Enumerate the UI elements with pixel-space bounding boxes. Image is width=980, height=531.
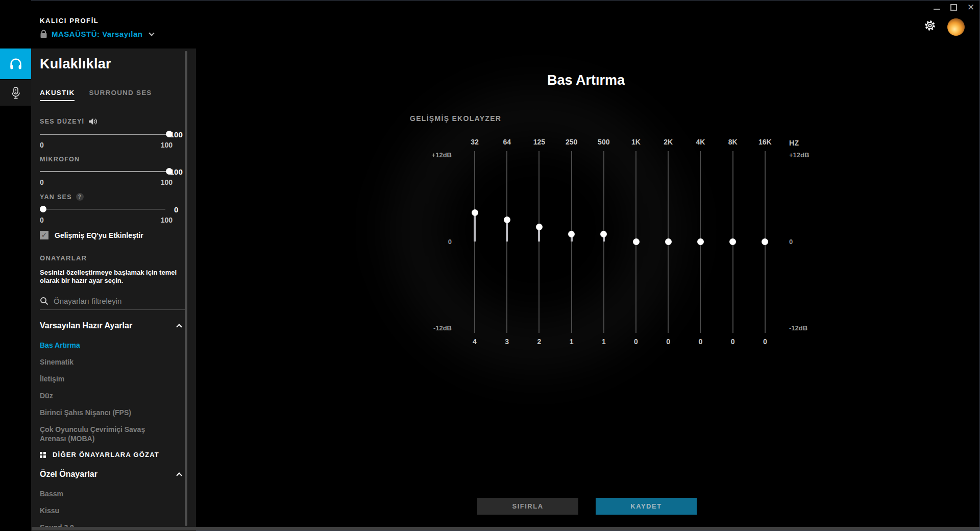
- slider-handle[interactable]: [166, 168, 173, 175]
- slider-max: 100: [161, 141, 173, 149]
- page-title: Kulaklıklar: [40, 56, 187, 72]
- slider-value: 0: [165, 205, 187, 214]
- profile-section-label: KALICI PROFİL: [40, 17, 99, 25]
- eq-band-2K: 2K0: [652, 138, 684, 348]
- eq-band-value: 1: [556, 337, 587, 346]
- tab-bar: AKUSTIK SURROUND SES: [40, 89, 187, 101]
- tab-acoustics[interactable]: AKUSTIK: [40, 89, 75, 101]
- preset-search-input[interactable]: Önayarları filtreleyin: [40, 297, 187, 310]
- custom-preset-list: BassmKissuSound 3.0.: [40, 489, 187, 531]
- eq-band-track[interactable]: [700, 151, 701, 333]
- slider-max: 100: [161, 178, 173, 186]
- preset-item[interactable]: Çok Oyunculu Çevrimiçi Savaş Arenası (MO…: [40, 425, 167, 443]
- eq-band-track[interactable]: [506, 151, 507, 333]
- eq-frequency-label: 64: [491, 138, 523, 146]
- slider-min: 0: [40, 178, 44, 186]
- eq-band-value: 1: [588, 337, 620, 346]
- profile-selector[interactable]: MASAÜSTÜ: Varsayılan: [40, 30, 154, 38]
- browse-presets-button[interactable]: DİĞER ÖNAYARLARA GÖZAT: [40, 451, 187, 458]
- left-rail: [0, 0, 31, 531]
- collapse-chevron-icon: [176, 472, 182, 478]
- scale-plus12-right: +12dB: [789, 151, 830, 159]
- settings-gear-icon[interactable]: [924, 19, 936, 32]
- presets-description: Sesinizi özelleştirmeye başlamak için te…: [40, 269, 191, 285]
- close-button[interactable]: ✕: [967, 4, 974, 11]
- eq-band-value: 4: [459, 337, 491, 346]
- search-placeholder: Önayarları filtreleyin: [54, 297, 121, 305]
- eq-frequency-label: 125: [523, 138, 555, 146]
- slider-track[interactable]: [40, 134, 165, 135]
- checkbox-checked-icon[interactable]: ✓: [40, 231, 48, 239]
- speaker-icon: [88, 117, 97, 126]
- eq-band-8K: 8K0: [717, 138, 749, 348]
- slider-label: SES DÜZEYİ: [40, 118, 84, 125]
- preset-item[interactable]: Birinci Şahıs Nişancı (FPS): [40, 408, 167, 417]
- eq-band-16K: 16K0: [749, 138, 781, 348]
- slider-track[interactable]: [40, 209, 165, 210]
- eq-band-value: 0: [620, 337, 652, 346]
- eq-band-handle[interactable]: [504, 216, 510, 223]
- tab-surround[interactable]: SURROUND SES: [89, 89, 152, 101]
- scale-zero-right: 0: [789, 238, 830, 246]
- eq-band-handle[interactable]: [600, 231, 607, 237]
- eq-band-track[interactable]: [765, 151, 766, 333]
- device-panel: Kulaklıklar AKUSTIK SURROUND SES SES DÜZ…: [31, 49, 196, 531]
- reset-button[interactable]: SIFIRLA: [477, 498, 578, 515]
- eq-band-track[interactable]: [603, 151, 604, 333]
- help-icon[interactable]: ?: [76, 193, 84, 201]
- slider-handle[interactable]: [166, 131, 173, 137]
- eq-band-handle[interactable]: [568, 231, 575, 237]
- eq-band-handle[interactable]: [762, 238, 768, 245]
- eq-band-track[interactable]: [732, 151, 733, 333]
- eq-band-250: 2501: [556, 138, 587, 348]
- eq-band-handle[interactable]: [536, 224, 543, 230]
- volume-sliders: SES DÜZEYİ1000100MİKROFON1000100YAN SES?…: [40, 117, 187, 224]
- search-icon: [40, 297, 48, 305]
- eq-frequency-label: 2K: [652, 138, 684, 146]
- eq-band-1K: 1K0: [620, 138, 652, 348]
- slider-group-1: MİKROFON1000100: [40, 156, 187, 186]
- horizontal-scrollbar[interactable]: [32, 527, 979, 530]
- eq-band-value: 0: [684, 337, 716, 346]
- slider-min: 0: [40, 141, 44, 149]
- preset-item[interactable]: Sinematik: [40, 357, 167, 367]
- eq-band-64: 643: [491, 138, 523, 348]
- preset-item[interactable]: Kissu: [40, 506, 167, 515]
- checkbox-label: Gelişmiş EQ'yu Etkinleştir: [55, 231, 143, 239]
- preset-item[interactable]: Bassm: [40, 489, 167, 498]
- eq-frequency-label: 250: [556, 138, 587, 146]
- eq-band-handle[interactable]: [729, 238, 736, 245]
- custom-presets-group-header[interactable]: Özel Önayarlar: [40, 470, 187, 479]
- preset-item[interactable]: İletişim: [40, 374, 167, 383]
- headset-nav-icon[interactable]: [0, 49, 31, 79]
- eq-band-track[interactable]: [571, 151, 572, 333]
- eq-band-handle[interactable]: [697, 238, 704, 245]
- eq-band-track[interactable]: [635, 151, 636, 333]
- slider-track[interactable]: [40, 171, 165, 172]
- microphone-nav-icon[interactable]: [0, 80, 31, 106]
- eq-band-handle[interactable]: [633, 238, 640, 245]
- scale-plus12-left: +12dB: [411, 151, 452, 159]
- default-presets-group-header[interactable]: Varsayılan Hazır Ayarlar: [40, 321, 187, 330]
- avatar[interactable]: [947, 18, 965, 36]
- active-profile-name: MASAÜSTÜ: Varsayılan: [52, 30, 142, 38]
- enable-eq-checkbox[interactable]: ✓ Gelişmiş EQ'yu Etkinleştir: [40, 231, 187, 239]
- eq-band-500: 5001: [588, 138, 620, 348]
- eq-band-handle[interactable]: [665, 238, 672, 245]
- eq-band-track[interactable]: [474, 151, 475, 333]
- eq-band-track[interactable]: [538, 151, 540, 333]
- slider-handle[interactable]: [40, 206, 46, 212]
- eq-band-handle[interactable]: [472, 209, 478, 216]
- preset-item[interactable]: Bas Artırma: [40, 341, 167, 350]
- eq-band-value: 0: [652, 337, 684, 346]
- maximize-button[interactable]: [950, 4, 957, 11]
- save-button[interactable]: KAYDET: [596, 498, 697, 515]
- preset-item[interactable]: Düz: [40, 391, 167, 400]
- eq-band-track[interactable]: [668, 151, 669, 333]
- sidebar-scrollbar[interactable]: [185, 51, 187, 526]
- chevron-down-icon: [149, 30, 155, 36]
- eq-frequency-label: 1K: [620, 138, 652, 146]
- lock-icon: [40, 30, 47, 38]
- minimize-button[interactable]: [934, 5, 940, 10]
- eq-band-value: 0: [749, 337, 781, 346]
